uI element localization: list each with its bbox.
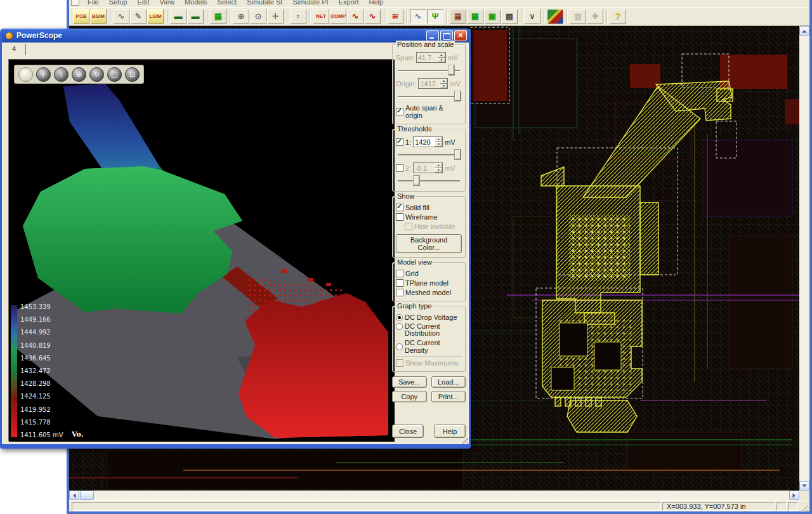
sim-report-button[interactable]: ∿ <box>113 9 129 24</box>
plot-tab-number[interactable]: 4 <box>8 45 20 53</box>
spin-down-icon[interactable]: ▼ <box>435 142 442 147</box>
zoom-updown-button[interactable]: ↕ <box>54 67 69 82</box>
menu-item[interactable]: Select <box>213 0 242 6</box>
menu-item[interactable]: Models <box>180 0 211 6</box>
save-button[interactable]: Save... <box>392 376 427 388</box>
span-slider[interactable] <box>398 65 460 76</box>
meshed-model-checkbox[interactable] <box>396 289 403 296</box>
horizontal-scroll-thumb[interactable] <box>80 491 94 500</box>
spin-up-icon[interactable]: ▲ <box>440 79 447 84</box>
zoom-area-button[interactable]: ⊙ <box>250 9 266 24</box>
plane-view-button[interactable]: ▣ <box>484 9 501 24</box>
origin-input[interactable]: ▲▼ <box>418 78 448 89</box>
threshold1-slider-thumb[interactable] <box>455 150 461 159</box>
mesh-view-button[interactable]: ▩ <box>501 9 518 24</box>
copy-button[interactable]: Copy <box>392 391 427 402</box>
color-map-button[interactable] <box>547 9 563 24</box>
menu-item[interactable]: Export <box>334 0 363 6</box>
spin-up-icon[interactable]: ▲ <box>438 53 445 58</box>
menu-item[interactable]: Help <box>364 0 388 6</box>
board-3d-button[interactable]: ▬ <box>187 9 204 24</box>
scroll-down-button[interactable] <box>799 481 809 491</box>
background-color-button[interactable]: Background Color... <box>396 234 462 253</box>
lsim-button[interactable]: LSIM <box>147 9 164 24</box>
graph-type-group: Graph type DC Drop Voltage DC Current Di… <box>392 306 466 372</box>
spin-down-icon[interactable]: ▼ <box>438 58 445 63</box>
center-button[interactable]: ⊕ <box>72 67 86 82</box>
voltage-plot-area[interactable]: ✛↕⊕↻▢⊡ 1453.3391449.1661444.9921440.8191… <box>8 59 394 441</box>
help-button[interactable]: Help <box>434 425 466 438</box>
threshold2-slider[interactable] <box>398 175 460 186</box>
minimize-view-button[interactable]: ▫ <box>290 9 306 24</box>
power-tree-button[interactable]: Ψ <box>427 9 443 24</box>
pan-button[interactable]: ✛ <box>36 67 51 82</box>
zoom-in-button[interactable]: ⊕ <box>233 9 249 24</box>
stackup-button[interactable]: ▦ <box>210 9 226 24</box>
grid-green-button[interactable]: ▦ <box>467 9 483 24</box>
flourish-button[interactable]: ❖ <box>587 9 603 24</box>
histogram-button[interactable]: ▥ <box>570 9 586 24</box>
noise-wave-button[interactable]: ∿ <box>364 9 381 24</box>
menu-item[interactable]: Simulate PI <box>288 0 332 6</box>
wireframe-checkbox[interactable] <box>396 213 403 221</box>
span-input[interactable]: ▲▼ <box>416 52 446 63</box>
threshold1-checkbox[interactable] <box>396 138 403 146</box>
grid-checkbox[interactable] <box>396 270 403 277</box>
span-slider-thumb[interactable] <box>449 65 454 75</box>
menu-item[interactable]: Simulate SI <box>242 0 287 6</box>
auto-span-checkbox[interactable] <box>396 108 403 115</box>
scroll-left-button[interactable] <box>69 491 79 500</box>
close-icon[interactable]: ✕ <box>454 30 467 41</box>
grid-label: Grid <box>405 270 419 277</box>
origin-slider-thumb[interactable] <box>455 91 461 101</box>
spin-down-icon[interactable]: ▼ <box>440 84 447 89</box>
orbit-ball-button[interactable] <box>18 67 33 82</box>
threshold2-checkbox[interactable] <box>396 164 403 172</box>
threshold2-input[interactable]: ▲▼ <box>413 162 443 173</box>
rotate-button[interactable]: ↻ <box>89 67 104 82</box>
main-toolbar: PCBBSIM∿✎LSIM▬▬▦⊕⊙✛▫NETCOMP∿∿≋∿Ψ▦▦▣▩∨▥❖? <box>69 7 809 26</box>
comp-button[interactable]: COMP <box>330 9 346 24</box>
spin-down-icon[interactable]: ▼ <box>435 168 442 173</box>
help-button[interactable]: ? <box>610 9 626 24</box>
dc-current-distribution-radio[interactable] <box>396 323 403 330</box>
horizontal-scrollbar[interactable] <box>69 491 799 501</box>
window-resize-grip[interactable] <box>799 502 808 511</box>
threshold1-slider[interactable] <box>398 149 460 160</box>
close-button[interactable]: Close <box>392 425 424 438</box>
print-button[interactable]: Print... <box>431 391 466 402</box>
spin-up-icon[interactable]: ▲ <box>435 137 442 142</box>
oscilloscope-button[interactable]: ∿ <box>410 9 426 24</box>
pcb-button[interactable]: PCB <box>73 9 89 24</box>
dc-drop-voltage-radio[interactable] <box>396 314 403 321</box>
dc-current-density-radio[interactable] <box>396 343 403 350</box>
solid-fill-checkbox[interactable] <box>396 204 403 211</box>
threshold1-input[interactable]: ▲▼ <box>413 136 443 147</box>
fit-view-button[interactable]: ✛ <box>267 9 284 24</box>
board-view-button[interactable]: ▬ <box>170 9 187 24</box>
spin-up-icon[interactable]: ▲ <box>435 163 442 168</box>
scroll-up-button[interactable] <box>799 26 809 36</box>
origin-slider[interactable] <box>398 91 460 102</box>
vertical-scrollbar[interactable] <box>799 26 809 491</box>
edit-report-button[interactable]: ✎ <box>130 9 147 24</box>
grid-red-button[interactable]: ▦ <box>450 9 466 24</box>
stop-button[interactable]: ▢ <box>107 67 122 82</box>
arc-curves-button[interactable]: ∨ <box>524 9 540 24</box>
signal-wave-button[interactable]: ∿ <box>347 9 363 24</box>
net-button[interactable]: NET <box>313 9 329 24</box>
maximize-button[interactable] <box>440 30 453 41</box>
threshold2-slider-thumb[interactable] <box>414 176 419 185</box>
minimize-button[interactable] <box>426 30 439 41</box>
menu-item[interactable]: File <box>83 0 103 6</box>
scroll-right-button[interactable] <box>789 491 799 500</box>
tplane-model-checkbox[interactable] <box>396 279 403 287</box>
horizontal-scroll-track[interactable] <box>94 491 789 501</box>
coil-button[interactable]: ≋ <box>387 9 403 24</box>
menu-item[interactable]: Edit <box>133 0 154 6</box>
bsim-button[interactable]: BSIM <box>90 9 107 24</box>
menu-item[interactable]: View <box>155 0 179 6</box>
menu-item[interactable]: Setup <box>105 0 132 6</box>
load-button[interactable]: Load... <box>431 376 466 388</box>
window-zoom-button[interactable]: ⊡ <box>125 67 140 82</box>
